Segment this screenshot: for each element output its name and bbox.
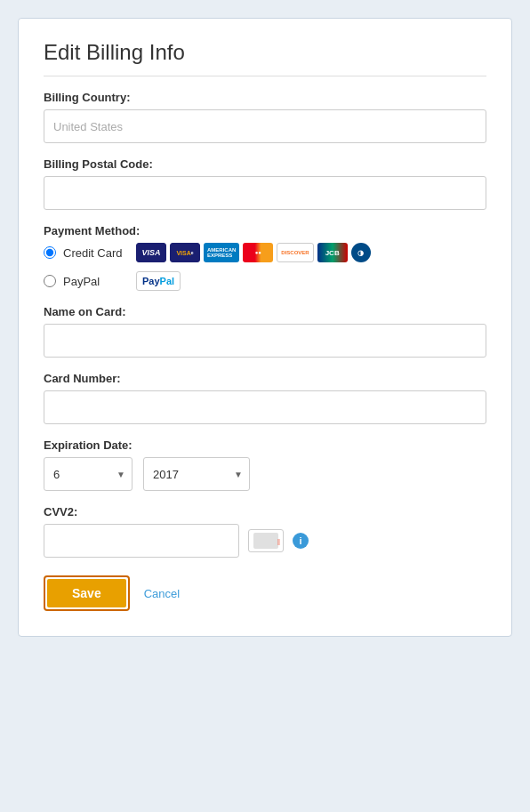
- billing-postal-group: Billing Postal Code:: [44, 157, 486, 210]
- year-select-wrap: 201720182019 202020212022 202320242025 ▼: [143, 457, 250, 491]
- expiration-date-label: Expiration Date:: [44, 438, 486, 452]
- edit-billing-form: Edit Billing Info Billing Country: Billi…: [18, 18, 512, 637]
- amex-icon: AMERICANEXPRESS: [204, 243, 239, 262]
- expiration-row: 1234 5678 9101112 ▼ 201720182019 2020202…: [44, 457, 486, 491]
- month-select-wrap: 1234 5678 9101112 ▼: [44, 457, 132, 491]
- payment-method-section: Payment Method: Credit Card VISA VISA e …: [44, 224, 486, 291]
- credit-card-label[interactable]: Credit Card: [63, 246, 125, 260]
- cvv2-label: CVV2:: [44, 505, 486, 519]
- paypal-badge-icon: PayPal: [136, 271, 181, 291]
- paypal-radio[interactable]: [44, 275, 56, 287]
- cvv-info-icon[interactable]: i: [293, 533, 309, 549]
- save-button-wrapper: Save: [44, 575, 130, 611]
- year-select[interactable]: 201720182019 202020212022 202320242025: [143, 457, 250, 491]
- cvv2-row: i: [44, 524, 486, 558]
- card-number-label: Card Number:: [44, 372, 486, 385]
- cvv2-input[interactable]: [44, 524, 239, 558]
- name-on-card-group: Name on Card:: [44, 305, 486, 358]
- cvv-card-graphic-icon: [248, 529, 284, 552]
- paypal-option: PayPal PayPal: [44, 271, 486, 291]
- billing-country-label: Billing Country:: [44, 91, 486, 104]
- card-number-group: Card Number:: [44, 372, 486, 424]
- billing-postal-input[interactable]: [44, 176, 486, 210]
- payment-method-label: Payment Method:: [44, 224, 486, 237]
- billing-postal-label: Billing Postal Code:: [44, 157, 486, 171]
- action-row: Save Cancel: [44, 575, 486, 611]
- billing-country-input[interactable]: [44, 109, 486, 143]
- save-button[interactable]: Save: [47, 579, 126, 607]
- jcb-icon: JCB: [317, 243, 348, 262]
- month-select[interactable]: 1234 5678 9101112: [44, 457, 132, 491]
- credit-card-option: Credit Card VISA VISA e AMERICANEXPRESS …: [44, 243, 486, 262]
- expiration-date-group: Expiration Date: 1234 5678 9101112 ▼ 201…: [44, 438, 486, 491]
- cvv2-group: CVV2: i: [44, 505, 486, 558]
- visa-electron-icon: VISA e: [170, 243, 200, 262]
- credit-card-radio[interactable]: [44, 246, 56, 259]
- mastercard-icon: ●●: [243, 243, 273, 262]
- page-title: Edit Billing Info: [44, 40, 486, 76]
- discover-icon: DISCOVER: [277, 243, 313, 262]
- visa-icon: VISA: [136, 243, 166, 262]
- billing-country-group: Billing Country:: [44, 91, 486, 143]
- diners-icon: ◑: [351, 243, 371, 262]
- paypal-label[interactable]: PayPal: [63, 275, 125, 288]
- credit-card-icons: VISA VISA e AMERICANEXPRESS ●● DISCOVER …: [136, 243, 371, 262]
- name-on-card-label: Name on Card:: [44, 305, 486, 318]
- card-number-input[interactable]: [44, 390, 486, 424]
- cancel-link[interactable]: Cancel: [144, 587, 180, 600]
- name-on-card-input[interactable]: [44, 324, 486, 358]
